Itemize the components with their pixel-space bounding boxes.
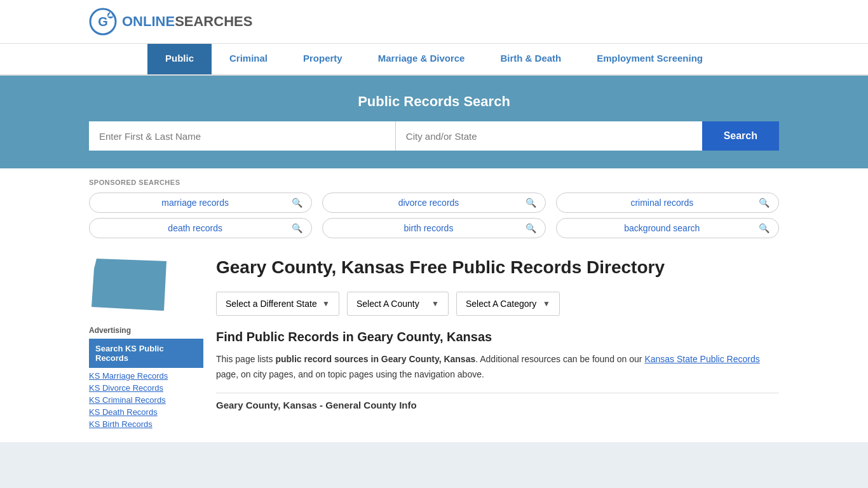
search-icon-2: 🔍 <box>526 198 536 208</box>
nav-public[interactable]: Public <box>147 44 212 74</box>
sidebar-link-criminal[interactable]: KS Criminal Records <box>89 395 203 405</box>
dropdowns-row: Select a Different State ▼ Select A Coun… <box>216 292 779 316</box>
search-banner: Public Records Search Search <box>0 76 868 168</box>
header: G ONLINESEARCHES <box>0 0 868 44</box>
svg-text:G: G <box>98 15 108 29</box>
sidebar-ad-label: Advertising <box>89 326 203 335</box>
section-divider: Geary County, Kansas - General County In… <box>216 393 779 410</box>
page-title: Geary County, Kansas Free Public Records… <box>216 256 779 279</box>
main-content: Advertising Search KS Public Records KS … <box>0 243 868 442</box>
sidebar-links: KS Marriage Records KS Divorce Records K… <box>89 370 203 430</box>
section-sub-title: Geary County, Kansas - General County In… <box>216 400 417 410</box>
state-dropdown-arrow: ▼ <box>322 299 330 308</box>
state-map-icon <box>89 256 172 313</box>
sponsored-background-text: background search <box>566 223 759 233</box>
search-icon-4: 🔍 <box>292 223 302 233</box>
sponsored-criminal[interactable]: criminal records 🔍 <box>556 193 779 213</box>
sidebar-link-birth[interactable]: KS Birth Records <box>89 419 203 430</box>
name-input[interactable] <box>89 121 396 151</box>
sponsored-marriage-text: marriage records <box>98 198 292 208</box>
sponsored-death[interactable]: death records 🔍 <box>89 218 312 238</box>
kansas-state-link[interactable]: Kansas State Public Records <box>644 354 759 364</box>
find-title: Find Public Records in Geary County, Kan… <box>216 330 779 344</box>
content-area: Geary County, Kansas Free Public Records… <box>216 256 779 430</box>
category-select[interactable]: Select A Category <box>466 299 538 309</box>
svg-marker-4 <box>92 259 166 311</box>
sponsored-background[interactable]: background search 🔍 <box>556 218 779 238</box>
search-icon-3: 🔍 <box>759 198 770 208</box>
main-nav: Public Criminal Property Marriage & Divo… <box>0 44 868 76</box>
location-input[interactable] <box>396 121 702 151</box>
find-section: Find Public Records in Geary County, Kan… <box>216 330 779 383</box>
county-dropdown[interactable]: Select A County ▼ <box>347 292 449 316</box>
nav-birth-death[interactable]: Birth & Death <box>482 44 579 74</box>
search-icon-1: 🔍 <box>292 198 302 208</box>
sponsored-criminal-text: criminal records <box>566 198 759 208</box>
sponsored-divorce[interactable]: divorce records 🔍 <box>322 193 545 213</box>
find-desc-part1: This page lists <box>216 354 275 364</box>
nav-employment[interactable]: Employment Screening <box>579 44 721 74</box>
logo-icon: G <box>89 8 117 36</box>
nav-property[interactable]: Property <box>285 44 360 74</box>
search-banner-title: Public Records Search <box>89 93 779 110</box>
logo[interactable]: G ONLINESEARCHES <box>89 8 252 36</box>
sponsored-divorce-text: divorce records <box>332 198 525 208</box>
sponsored-grid: marriage records 🔍 divorce records 🔍 cri… <box>89 193 779 238</box>
nav-criminal[interactable]: Criminal <box>212 44 285 74</box>
category-dropdown-arrow: ▼ <box>543 299 550 308</box>
state-dropdown[interactable]: Select a Different State ▼ <box>216 292 339 316</box>
search-button[interactable]: Search <box>702 121 779 151</box>
sponsored-label: SPONSORED SEARCHES <box>89 179 779 186</box>
sidebar-featured-ad[interactable]: Search KS Public Records <box>89 339 203 368</box>
nav-marriage-divorce[interactable]: Marriage & Divorce <box>360 44 483 74</box>
sponsored-birth[interactable]: birth records 🔍 <box>322 218 545 238</box>
county-select[interactable]: Select A County <box>356 299 426 309</box>
find-description: This page lists public record sources in… <box>216 352 779 383</box>
sponsored-marriage[interactable]: marriage records 🔍 <box>89 193 312 213</box>
search-form: Search <box>89 121 779 151</box>
sponsored-section: SPONSORED SEARCHES marriage records 🔍 di… <box>0 168 868 243</box>
sponsored-birth-text: birth records <box>332 223 525 233</box>
sidebar-link-death[interactable]: KS Death Records <box>89 407 203 417</box>
find-desc-part3: page, on city pages, and on topic pages … <box>216 369 484 379</box>
sidebar-link-marriage[interactable]: KS Marriage Records <box>89 370 203 381</box>
county-dropdown-arrow: ▼ <box>431 299 439 308</box>
search-icon-6: 🔍 <box>759 223 770 233</box>
find-desc-bold: public record sources in Geary County, K… <box>275 354 475 364</box>
category-dropdown[interactable]: Select A Category ▼ <box>456 292 560 316</box>
find-desc-part2: . Additional resources can be found on o… <box>475 354 644 364</box>
state-select[interactable]: Select a Different State <box>226 299 317 309</box>
sponsored-death-text: death records <box>98 223 292 233</box>
sidebar-link-divorce[interactable]: KS Divorce Records <box>89 383 203 393</box>
sidebar: Advertising Search KS Public Records KS … <box>89 256 203 430</box>
logo-text: ONLINESEARCHES <box>122 13 252 30</box>
search-icon-5: 🔍 <box>526 223 536 233</box>
